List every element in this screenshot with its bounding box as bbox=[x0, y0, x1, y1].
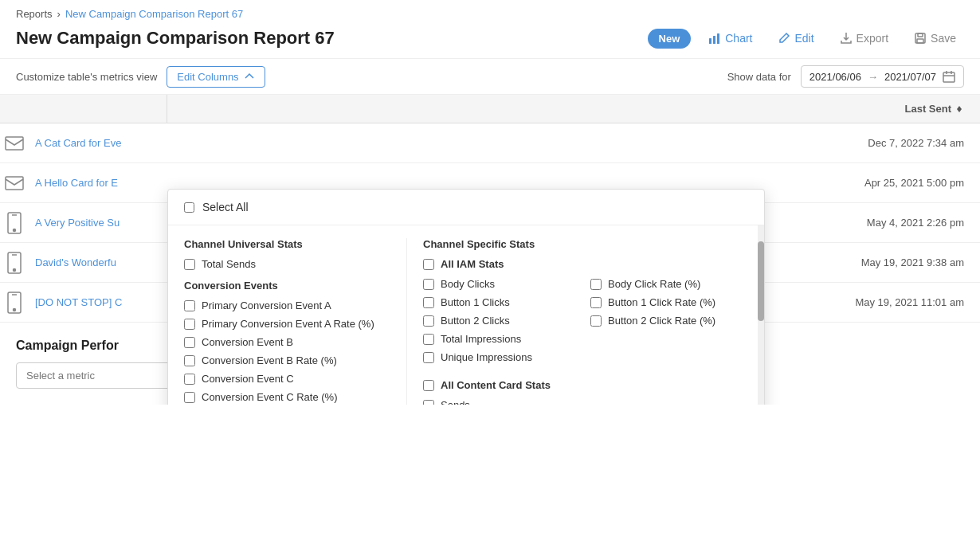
svg-point-10 bbox=[14, 229, 16, 231]
edit-button[interactable]: Edit bbox=[770, 28, 821, 49]
export-button[interactable]: Export bbox=[832, 28, 896, 49]
edit-columns-button[interactable]: Edit Columns bbox=[167, 66, 265, 88]
chevron-up-icon bbox=[244, 71, 255, 82]
check-event-c-rate[interactable]: Conversion Event C Rate (%) bbox=[184, 391, 390, 403]
svg-rect-5 bbox=[917, 39, 923, 43]
date-range[interactable]: 2021/06/06 → 2021/07/07 bbox=[801, 65, 964, 88]
svg-rect-4 bbox=[918, 33, 923, 37]
checkbox-all-iam[interactable] bbox=[423, 259, 434, 270]
svg-rect-0 bbox=[709, 38, 711, 44]
scrollbar-thumb[interactable] bbox=[758, 241, 764, 321]
col-campaigns bbox=[0, 95, 167, 123]
new-button[interactable]: New bbox=[648, 29, 692, 49]
row-name-3[interactable]: David's Wonderfu bbox=[29, 256, 156, 268]
checkbox-event-c[interactable] bbox=[184, 374, 195, 385]
check-all-iam[interactable]: All IAM Stats bbox=[423, 258, 742, 270]
check-all-content-card[interactable]: All Content Card Stats bbox=[423, 379, 742, 391]
iam-columns: Body Clicks Button 1 Clicks Button 2 Cli… bbox=[423, 278, 742, 370]
check-event-c[interactable]: Conversion Event C bbox=[184, 373, 390, 385]
breadcrumb-current: New Campaign Comparison Report 67 bbox=[65, 8, 243, 20]
section-channel-specific: Channel Specific Stats bbox=[423, 238, 742, 250]
row-name-4[interactable]: [DO NOT STOP] C bbox=[29, 296, 156, 308]
chart-button[interactable]: Chart bbox=[700, 28, 760, 49]
row-date-3: May 19, 2021 9:38 am bbox=[845, 256, 980, 268]
edit-label: Edit bbox=[794, 32, 813, 45]
row-icon-mobile bbox=[0, 212, 29, 234]
save-button[interactable]: Save bbox=[906, 28, 964, 49]
checkbox-event-b[interactable] bbox=[184, 337, 195, 348]
section-conversion-events: Conversion Events bbox=[184, 280, 390, 292]
edit-icon bbox=[778, 32, 790, 45]
page-title: New Campaign Comparison Report 67 bbox=[16, 28, 638, 49]
select-all-checkbox[interactable] bbox=[184, 202, 194, 213]
customize-row: Customize table's metrics view Edit Colu… bbox=[0, 58, 980, 95]
iam-col-2: Body Click Rate (%) Button 1 Click Rate … bbox=[590, 278, 742, 370]
svg-rect-6 bbox=[943, 72, 955, 82]
customize-label: Customize table's metrics view bbox=[16, 71, 157, 83]
edit-columns-dropdown: Select All Channel Universal Stats Total… bbox=[167, 189, 765, 405]
check-btn1-clicks[interactable]: Button 1 Clicks bbox=[423, 296, 574, 308]
chart-label: Chart bbox=[725, 32, 752, 45]
page-header: New Campaign Comparison Report 67 New Ch… bbox=[0, 25, 980, 58]
row-icon-email bbox=[0, 136, 29, 151]
svg-point-16 bbox=[14, 308, 16, 311]
check-total-imp[interactable]: Total Impressions bbox=[423, 333, 574, 345]
svg-rect-7 bbox=[6, 137, 23, 150]
check-btn1-click-rate[interactable]: Button 1 Click Rate (%) bbox=[590, 296, 742, 308]
check-primary-a-rate[interactable]: Primary Conversion Event A Rate (%) bbox=[184, 318, 390, 330]
sort-icon bbox=[955, 104, 964, 114]
checkbox-all-content-card[interactable] bbox=[423, 380, 434, 391]
dropdown-left-panel: Channel Universal Stats Total Sends Conv… bbox=[184, 238, 407, 405]
select-all-row[interactable]: Select All bbox=[168, 190, 764, 225]
check-body-clicks[interactable]: Body Clicks bbox=[423, 278, 574, 290]
svg-rect-8 bbox=[6, 177, 23, 190]
check-body-click-rate[interactable]: Body Click Rate (%) bbox=[590, 278, 742, 290]
checkbox-total-sends[interactable] bbox=[184, 259, 195, 270]
iam-col-1: Body Clicks Button 1 Clicks Button 2 Cli… bbox=[423, 278, 574, 370]
section-universal-stats: Channel Universal Stats bbox=[184, 238, 390, 250]
checkbox-primary-a-rate[interactable] bbox=[184, 319, 195, 330]
row-icon-email bbox=[0, 176, 29, 190]
dropdown-right-panel: Channel Specific Stats All IAM Stats Bod… bbox=[407, 238, 742, 405]
card-columns: Sends Total Clicks Total Dismissals Tota… bbox=[423, 399, 742, 405]
row-date-0: Dec 7, 2022 7:34 am bbox=[852, 137, 980, 149]
row-name-1[interactable]: A Hello Card for E bbox=[29, 177, 156, 189]
iam-title: All IAM Stats bbox=[441, 258, 504, 270]
select-all-label: Select All bbox=[202, 201, 249, 213]
chart-icon bbox=[708, 32, 721, 45]
svg-rect-1 bbox=[713, 36, 715, 44]
checkbox-event-b-rate[interactable] bbox=[184, 355, 195, 366]
scrollbar-track[interactable] bbox=[758, 225, 764, 405]
date-arrow: → bbox=[868, 71, 878, 83]
calendar-icon bbox=[943, 70, 955, 83]
row-date-4: May 19, 2021 11:01 am bbox=[839, 296, 980, 308]
breadcrumb-separator: › bbox=[57, 8, 61, 20]
check-primary-a[interactable]: Primary Conversion Event A bbox=[184, 299, 390, 311]
date-start: 2021/06/06 bbox=[809, 71, 861, 83]
row-name-2[interactable]: A Very Positive Su bbox=[29, 217, 156, 229]
table-header: Last Sent bbox=[0, 95, 980, 123]
svg-point-13 bbox=[14, 268, 16, 271]
date-end: 2021/07/07 bbox=[884, 71, 936, 83]
edit-columns-label: Edit Columns bbox=[177, 71, 238, 83]
date-range-label: Show data for bbox=[727, 71, 791, 83]
row-name-0[interactable]: A Cat Card for Eve bbox=[29, 137, 156, 149]
export-icon bbox=[840, 32, 853, 45]
check-event-b-rate[interactable]: Conversion Event B Rate (%) bbox=[184, 354, 390, 366]
check-event-b[interactable]: Conversion Event B bbox=[184, 336, 390, 348]
check-btn2-click-rate[interactable]: Button 2 Click Rate (%) bbox=[590, 315, 742, 327]
save-label: Save bbox=[931, 32, 956, 45]
checkbox-event-c-rate[interactable] bbox=[184, 392, 195, 403]
breadcrumb-parent[interactable]: Reports bbox=[16, 8, 53, 20]
check-sends[interactable]: Sends bbox=[423, 399, 574, 405]
card-col-2: Total Click Rate (%) Total Dismissal Rat… bbox=[590, 399, 742, 405]
row-date-2: May 4, 2021 2:26 pm bbox=[851, 217, 980, 229]
svg-rect-2 bbox=[717, 33, 719, 44]
card-title: All Content Card Stats bbox=[441, 379, 551, 391]
check-btn2-clicks[interactable]: Button 2 Clicks bbox=[423, 315, 574, 327]
check-total-sends[interactable]: Total Sends bbox=[184, 258, 390, 270]
metric-select-input[interactable] bbox=[16, 362, 175, 389]
check-unique-imp[interactable]: Unique Impressions bbox=[423, 351, 574, 363]
col-last-sent[interactable]: Last Sent bbox=[888, 95, 980, 123]
checkbox-primary-a[interactable] bbox=[184, 300, 195, 311]
